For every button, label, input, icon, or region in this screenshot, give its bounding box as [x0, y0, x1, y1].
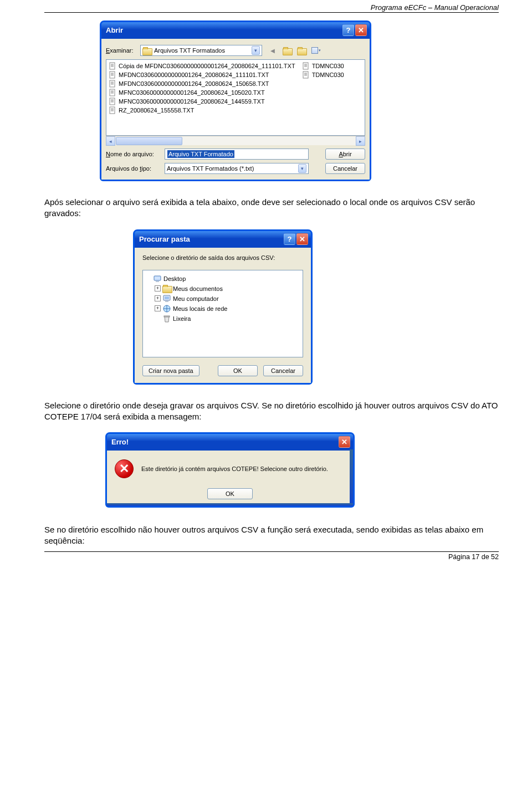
close-icon[interactable]: ✕ [339, 436, 350, 448]
error-dialog-title: Erro! [111, 438, 337, 446]
svg-rect-32 [154, 276, 161, 280]
file-name: MFDNC030600000000001264_20080624_111101.… [119, 71, 269, 78]
svg-rect-0 [110, 63, 115, 69]
text-file-icon [109, 62, 116, 70]
filetype-select[interactable]: Arquivos TXT Formatados (*.txt) ▾ [165, 163, 309, 174]
cancel-button[interactable]: Cancelar [325, 163, 365, 174]
network-icon [162, 304, 171, 313]
file-item[interactable]: MFNC030600000000001264_20080624_144559.T… [109, 98, 295, 105]
browse-dialog-title: Procurar pasta [139, 235, 283, 243]
tree-item-label: Desktop [163, 275, 186, 282]
text-file-icon [109, 98, 116, 105]
file-item[interactable]: TDMNC030 [302, 71, 344, 79]
filetype-value: Arquivos TXT Formatados (*.txt) [167, 165, 254, 172]
trash-icon [162, 314, 171, 323]
text-file-icon [109, 89, 116, 96]
tree-item[interactable]: Desktop [145, 274, 300, 284]
file-name: Cópia de MFDNC030600000000001264_2008062… [119, 63, 295, 69]
error-dialog: Erro! ✕ ✕ Este diretório já contém arqui… [105, 432, 355, 508]
ok-button[interactable]: OK [207, 488, 253, 499]
tree-item-label: Lixeira [173, 315, 191, 322]
svg-rect-16 [110, 98, 115, 105]
file-item[interactable]: TDMNC030 [302, 62, 344, 70]
chevron-down-icon[interactable]: ▾ [298, 164, 306, 173]
back-icon[interactable]: ◄ [267, 44, 279, 57]
close-icon[interactable]: ✕ [355, 24, 367, 36]
svg-rect-24 [303, 63, 308, 69]
tree-item[interactable]: +Meus documentos [145, 284, 300, 294]
folder-icon [162, 284, 171, 293]
error-icon: ✕ [115, 459, 134, 478]
open-dialog-titlebar[interactable]: Abrir ? ✕ [101, 22, 370, 39]
tree-item[interactable]: Lixeira [145, 314, 300, 324]
text-file-icon [109, 106, 116, 114]
dialog-right-border [350, 449, 353, 506]
folder-icon [142, 47, 151, 54]
help-icon[interactable]: ? [284, 233, 295, 245]
browse-dialog-titlebar[interactable]: Procurar pasta ? ✕ [135, 231, 311, 248]
error-message: Este diretório já contém arquivos COTEPE… [141, 465, 328, 472]
desktop-icon [153, 274, 162, 283]
lookin-select[interactable]: Arquivos TXT Formatados ▾ [140, 45, 262, 56]
tree-expander-icon[interactable]: + [155, 295, 161, 301]
horizontal-scrollbar[interactable]: ◂ ▸ [106, 136, 365, 145]
file-name: MFDNC030600000000001264_20080624_150658.… [119, 80, 269, 87]
scroll-left-icon[interactable]: ◂ [106, 136, 115, 146]
error-dialog-titlebar[interactable]: Erro! ✕ [107, 434, 353, 451]
file-name: RZ_20080624_155558.TXT [119, 107, 194, 114]
folder-tree[interactable]: Desktop+Meus documentos+Meu computador+M… [142, 270, 303, 357]
file-name: MFNC030600000000001264_20080624_105020.T… [119, 89, 265, 96]
file-item[interactable]: MFDNC030600000000001264_20080624_150658.… [109, 80, 295, 88]
paragraph-2: Selecione o diretório onde deseja gravar… [44, 400, 499, 423]
filename-label: Nome do arquivo: [106, 151, 161, 157]
file-item[interactable]: RZ_20080624_155558.TXT [109, 106, 295, 114]
browse-folder-dialog: Procurar pasta ? ✕ Selecione o diretório… [133, 229, 313, 385]
chevron-down-icon[interactable]: ▾ [252, 46, 260, 55]
browse-instruction: Selecione o diretório de saída dos arqui… [142, 254, 303, 261]
tree-expander-icon[interactable]: + [155, 305, 161, 311]
text-file-icon [302, 71, 310, 79]
svg-rect-36 [165, 301, 168, 302]
file-list[interactable]: Cópia de MFDNC030600000000001264_2008062… [106, 59, 365, 136]
tree-item[interactable]: +Meu computador [145, 294, 300, 304]
examine-label: Examinar: [106, 47, 140, 54]
file-item[interactable]: Cópia de MFDNC030600000000001264_2008062… [109, 62, 295, 70]
tree-item-label: Meus locais de rede [173, 305, 227, 312]
filename-value: Arquivo TXT Formatado [167, 150, 234, 158]
view-menu-icon[interactable]: ▾ [310, 44, 322, 57]
tree-expander-icon[interactable]: + [155, 285, 161, 291]
scroll-right-icon[interactable]: ▸ [356, 136, 365, 146]
scrollbar-thumb[interactable] [116, 137, 182, 145]
text-file-icon [109, 80, 116, 88]
svg-rect-12 [110, 89, 115, 96]
new-folder-icon[interactable] [295, 44, 308, 57]
file-name: TDMNC030 [312, 63, 344, 69]
ok-button[interactable]: OK [218, 365, 258, 376]
svg-rect-38 [164, 316, 170, 317]
svg-rect-33 [156, 281, 159, 282]
svg-rect-28 [303, 71, 308, 78]
cancel-button[interactable]: Cancelar [263, 365, 303, 376]
file-name: MFNC030600000000001264_20080624_144559.T… [119, 98, 265, 105]
file-item[interactable]: MFNC030600000000001264_20080624_105020.T… [109, 89, 295, 96]
text-file-icon [109, 71, 116, 79]
tree-item[interactable]: +Meus locais de rede [145, 304, 300, 314]
svg-rect-4 [110, 71, 115, 78]
svg-rect-20 [110, 107, 115, 114]
help-icon[interactable]: ? [342, 24, 354, 36]
file-item[interactable]: MFDNC030600000000001264_20080624_111101.… [109, 71, 295, 79]
page-header: Programa eECFc – Manual Operacional [44, 0, 499, 12]
paragraph-1: Após selecionar o arquivo será exibida a… [44, 197, 499, 219]
svg-rect-35 [165, 296, 169, 299]
lookin-value: Arquivos TXT Formatados [154, 47, 225, 54]
close-icon[interactable]: ✕ [296, 233, 308, 245]
open-dialog-title: Abrir [106, 26, 341, 34]
up-one-level-icon[interactable] [281, 44, 293, 57]
create-new-folder-button[interactable]: Criar nova pasta [142, 365, 200, 376]
text-file-icon [302, 62, 310, 70]
header-divider [44, 12, 499, 13]
dialog-bottom-border [107, 503, 353, 506]
open-button[interactable]: Abrir [325, 149, 365, 160]
filename-input[interactable]: Arquivo TXT Formatado [165, 149, 309, 160]
file-name: TDMNC030 [312, 71, 344, 78]
